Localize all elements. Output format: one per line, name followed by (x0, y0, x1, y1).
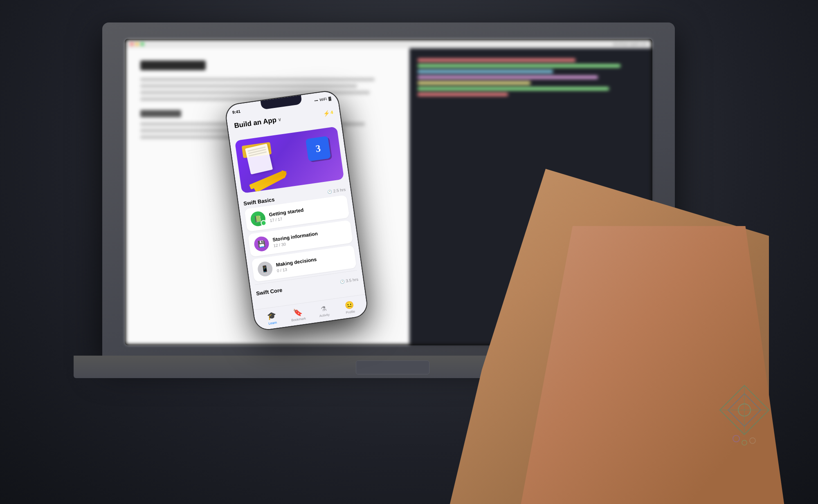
making-decisions-icon: 📱 (257, 261, 274, 278)
code-line (418, 81, 530, 85)
tab-learn-label: Learn (268, 320, 277, 325)
storing-info-icon: 💾 (253, 235, 270, 252)
getting-started-info: Getting started 17 / 17 (269, 202, 344, 223)
laptop-trackpad[interactable] (356, 361, 429, 374)
tab-profile[interactable]: 😐 Profile (336, 299, 364, 316)
swift-core-duration: 3.5 hrs (346, 277, 359, 283)
clock-icon: 🕐 (327, 189, 332, 194)
svg-point-6 (742, 440, 747, 445)
tab-activity-icon: ⚗ (320, 305, 327, 313)
code-line (418, 64, 620, 67)
making-decisions-info: Making decisions 0 / 13 (276, 251, 351, 273)
code-line (418, 58, 575, 62)
code-line (418, 87, 609, 90)
code-line (418, 76, 598, 79)
hero-css-badge: 3 (306, 136, 331, 161)
content-area: Swift Basics 🕐 2.5 hrs 📗 G (238, 181, 365, 310)
getting-started-icon-wrapper: 📗 (250, 211, 267, 227)
tattoo-decoration (712, 381, 777, 455)
section-swift-basics-time: 🕐 2.5 hrs (327, 187, 346, 194)
laptop-doc-title (140, 60, 206, 70)
status-icons: ▪▪▪ WiFi ▓ (314, 96, 331, 103)
section-swift-core-time: 🕐 3.5 hrs (340, 277, 359, 284)
traffic-light-green (141, 43, 144, 46)
battery-icon: ▓ (328, 96, 331, 101)
swift-basics-duration: 2.5 hrs (333, 187, 346, 193)
tab-activity-label: Activity (319, 313, 330, 318)
wifi-icon: WiFi (319, 97, 327, 102)
url-bar: developer.apple.com (613, 42, 647, 46)
laptop-subheading (140, 110, 181, 117)
making-decisions-emoji: 📱 (261, 265, 270, 273)
traffic-light-red (130, 43, 133, 46)
tab-activity[interactable]: ⚗ Activity (310, 303, 338, 319)
chevron-down-icon: ∨ (278, 117, 282, 123)
code-line (418, 70, 553, 73)
storing-info-info: Storing information 12 / 30 (272, 226, 347, 248)
laptop-text-line (140, 78, 375, 81)
app-title-container[interactable]: Build an App ∨ (234, 115, 282, 130)
tab-profile-label: Profile (346, 310, 355, 315)
tab-learn[interactable]: 🎓 Learn (258, 310, 286, 327)
tab-profile-icon: 😐 (344, 300, 355, 310)
laptop-text-line (140, 84, 357, 88)
clock-icon-2: 🕐 (340, 279, 345, 284)
app-title-text: Build an App (234, 116, 277, 130)
flash-count: 4 (330, 110, 333, 115)
svg-point-5 (733, 435, 739, 442)
tab-bookmark-icon: 🔖 (292, 307, 303, 318)
laptop-text-line (140, 91, 370, 94)
status-time: 9:41 (232, 109, 240, 114)
tab-bookmark[interactable]: 🔖 Bookmark (284, 306, 312, 323)
tab-learn-icon: 🎓 (267, 311, 277, 321)
scene: developer.apple.com (0, 0, 818, 504)
signal-icon: ▪▪▪ (314, 99, 318, 103)
svg-point-7 (750, 438, 755, 444)
tab-bookmark-label: Bookmark (291, 316, 306, 322)
flash-button[interactable]: ⚡ 4 (323, 109, 333, 116)
flash-icon: ⚡ (323, 110, 330, 116)
storing-info-emoji: 💾 (257, 240, 266, 248)
traffic-light-yellow (135, 43, 139, 46)
screen-top-bar: developer.apple.com (126, 40, 651, 48)
code-line (418, 93, 508, 96)
hero-image: 3 (235, 126, 344, 193)
tattoo-svg (712, 381, 777, 455)
section-swift-core-title: Swift Core (256, 287, 283, 297)
